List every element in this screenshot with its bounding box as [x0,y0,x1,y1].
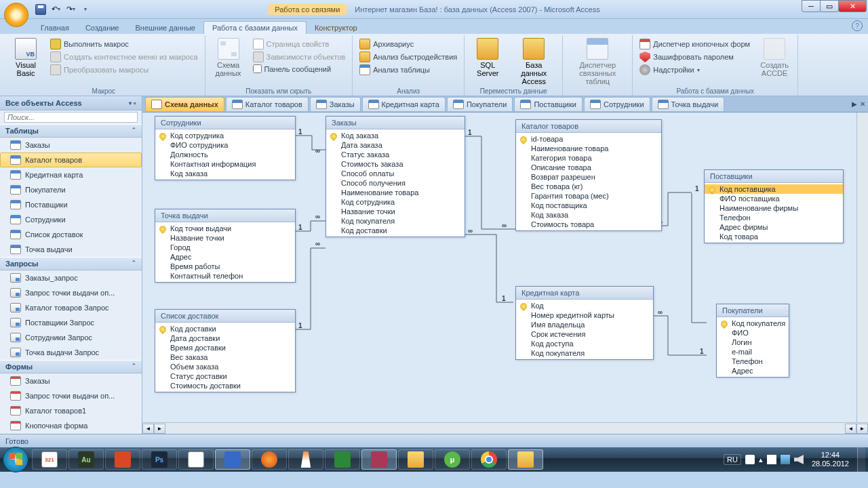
deps-button[interactable]: Зависимости объектов [250,51,349,63]
field-row[interactable]: Возврат разрешен [516,172,661,182]
nav-item[interactable]: Покупатели [0,182,142,197]
volume-icon[interactable] [794,455,804,464]
nav-item[interactable]: Кнопочная форма [0,418,142,433]
network-icon[interactable] [781,455,790,464]
entity-header[interactable]: Покупатели [717,304,789,317]
run-macro-button[interactable]: Выполнить макрос [47,38,201,50]
entity-catalog[interactable]: Каталог товаровid-товараНаименование тов… [515,119,662,231]
nav-group-tables[interactable]: Таблицы⌃ [0,124,142,138]
field-row[interactable]: Статус доставки [155,371,295,381]
accde-button[interactable]: Создать ACCDE [755,37,793,94]
task-explorer[interactable] [508,449,543,470]
close-button[interactable]: ✕ [838,0,867,12]
doc-tab[interactable]: Схема данных [145,97,224,111]
sqlserver-button[interactable]: SQL Server [469,37,507,94]
entity-header[interactable]: Заказы [326,117,465,129]
doc-tab[interactable]: Кредитная карта [362,97,446,111]
nav-item[interactable]: Каталог товаров1 [0,403,142,418]
field-row[interactable]: Название точки [326,207,465,216]
doc-tab[interactable]: Точка выдачи [652,97,725,111]
perf-button[interactable]: Анализ быстродействия [357,51,460,63]
field-row[interactable]: Категория товара [516,153,661,163]
tab-home[interactable]: Главная [33,22,77,34]
accdb-button[interactable]: База данных Access [509,37,558,94]
field-row[interactable]: Время доставки [155,343,295,352]
field-row[interactable]: Код заказа [326,131,465,140]
field-row[interactable]: Код покупателя [326,216,465,226]
nav-group-queries[interactable]: Запросы⌃ [0,257,142,270]
field-row[interactable]: Код точки выдачи [155,224,295,233]
v-scrollbar[interactable] [856,113,868,422]
nav-item[interactable]: Заказы_запрос [0,270,142,285]
h-scrollbar[interactable]: ◄►◄► [142,422,868,434]
tab-dbtools[interactable]: Работа с базами данных [203,21,307,34]
analyze-table-button[interactable]: Анализ таблицы [357,64,460,76]
qat-customize[interactable]: ▾ [79,3,92,16]
task-chrome[interactable] [471,449,507,470]
nav-item[interactable]: Список доставок [0,227,142,242]
field-row[interactable]: Код поставщика [705,184,843,194]
field-row[interactable]: Код сотрудника [326,197,465,207]
field-row[interactable]: Время работы [155,262,295,271]
task-word[interactable] [215,449,250,470]
tray-expand-icon[interactable]: ▴ [759,455,763,464]
minimize-button[interactable]: ─ [802,0,821,12]
show-desktop[interactable] [857,447,865,472]
field-row[interactable]: Код товара [705,232,843,241]
nav-item[interactable]: Заказы [0,373,142,388]
field-row[interactable]: Способ получения [326,178,465,188]
start-button[interactable] [3,447,28,472]
redo-button[interactable]: ↷▾ [64,3,77,16]
help-button[interactable]: ? [852,20,863,31]
nav-item[interactable]: Запрос точки выдачи оп... [0,285,142,300]
task-access[interactable] [361,449,397,470]
field-row[interactable]: Стоимость заказа [326,159,465,169]
field-row[interactable]: Телефон [717,357,789,366]
doc-tab[interactable]: Покупатели [447,97,513,111]
field-row[interactable]: Код покупателя [516,348,653,358]
field-row[interactable]: Телефон [705,213,843,222]
task-firefox[interactable] [252,449,287,470]
close-tab-icon[interactable]: ✕ [860,100,865,108]
field-row[interactable]: Вес товара (кг) [516,182,661,191]
schema-button[interactable]: Схема данных [210,37,248,94]
field-row[interactable]: Имя владельца [516,320,653,329]
nav-group-forms[interactable]: Формы⌃ [0,360,142,373]
field-row[interactable]: Код сотрудника [155,131,295,140]
ctx-macro-button[interactable]: Создать контекстное меню из макроса [47,51,201,63]
maximize-button[interactable]: ▭ [820,0,839,12]
visual-basic-button[interactable]: VB Visual Basic [7,37,45,94]
field-row[interactable]: Город [155,243,295,252]
field-row[interactable]: Код доставки [155,324,295,333]
nav-item[interactable]: Заказы [0,138,142,152]
task-utorrent[interactable]: µ [435,449,470,470]
entity-pickup[interactable]: Точка выдачиКод точки выдачиНазвание точ… [155,209,296,283]
entity-header[interactable]: Точка выдачи [155,209,295,222]
field-row[interactable]: Дата заказа [326,140,465,150]
scroll-right-icon[interactable]: ▶ [852,100,857,108]
nav-item[interactable]: Точка выдачи Запрос [0,345,142,360]
tab-create[interactable]: Создание [77,22,127,34]
field-row[interactable]: Наименование фирмы [705,203,843,213]
task-vlc[interactable] [288,449,323,470]
field-row[interactable]: Название точки [155,233,295,243]
tab-constructor[interactable]: Конструктор [307,22,366,34]
field-row[interactable]: Наименование товара [326,188,465,197]
nav-item[interactable]: Кредитная карта [0,167,142,182]
entity-header[interactable]: Каталог товаров [516,120,661,133]
nav-item[interactable]: Поставщики [0,197,142,212]
task-excel[interactable] [325,449,360,470]
save-button[interactable] [34,3,47,16]
field-row[interactable]: Гарантия товара (мес) [516,191,661,201]
doc-tab[interactable]: Каталог товаров [226,97,309,111]
field-row[interactable]: Код покупателя [717,319,789,328]
field-row[interactable]: Код заказа [155,169,295,178]
field-row[interactable]: Адрес [717,366,789,375]
search-input[interactable] [4,112,138,123]
flag-icon[interactable] [767,455,776,464]
office-orb[interactable] [4,3,28,27]
clock[interactable]: 12:44 28.05.2012 [808,451,853,468]
field-row[interactable]: Код [516,301,653,310]
field-row[interactable]: Номер кредитной карты [516,310,653,320]
task-folder1[interactable] [398,449,433,470]
